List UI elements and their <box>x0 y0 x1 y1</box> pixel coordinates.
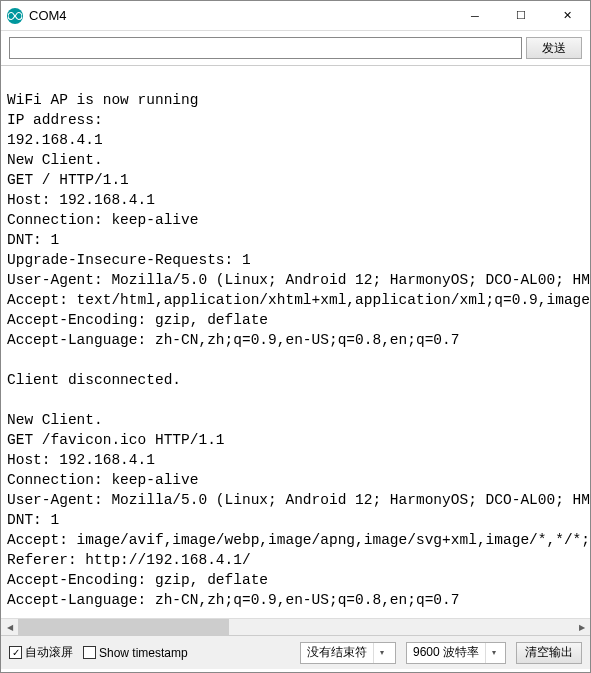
chevron-down-icon: ▾ <box>485 643 501 663</box>
console-text: WiFi AP is now running IP address: 192.1… <box>7 70 590 618</box>
horizontal-scrollbar[interactable]: ◀ ▶ <box>1 618 590 635</box>
baud-rate-select[interactable]: 9600 波特率 ▾ <box>406 642 506 664</box>
serial-console[interactable]: WiFi AP is now running IP address: 192.1… <box>1 66 590 618</box>
timestamp-checkbox[interactable]: Show timestamp <box>83 646 188 660</box>
line-ending-select[interactable]: 没有结束符 ▾ <box>300 642 396 664</box>
titlebar: COM4 ─ ☐ ✕ <box>1 1 590 31</box>
window-controls: ─ ☐ ✕ <box>452 1 590 30</box>
chevron-down-icon: ▾ <box>373 643 389 663</box>
window-title: COM4 <box>29 8 452 23</box>
scrollbar-track[interactable] <box>18 619 573 635</box>
close-button[interactable]: ✕ <box>544 1 590 30</box>
send-bar: 发送 <box>1 31 590 66</box>
scroll-left-icon[interactable]: ◀ <box>1 619 18 635</box>
maximize-button[interactable]: ☐ <box>498 1 544 30</box>
arduino-app-icon <box>7 8 23 24</box>
minimize-button[interactable]: ─ <box>452 1 498 30</box>
line-ending-value: 没有结束符 <box>307 644 367 661</box>
scrollbar-thumb[interactable] <box>18 619 229 635</box>
timestamp-label: Show timestamp <box>99 646 188 660</box>
baud-rate-value: 9600 波特率 <box>413 644 479 661</box>
status-bar: 自动滚屏 Show timestamp 没有结束符 ▾ 9600 波特率 ▾ 清… <box>1 635 590 669</box>
scroll-right-icon[interactable]: ▶ <box>573 619 590 635</box>
checkbox-icon <box>83 646 96 659</box>
send-button[interactable]: 发送 <box>526 37 582 59</box>
serial-input[interactable] <box>9 37 522 59</box>
clear-output-button[interactable]: 清空输出 <box>516 642 582 664</box>
autoscroll-label: 自动滚屏 <box>25 644 73 661</box>
autoscroll-checkbox[interactable]: 自动滚屏 <box>9 644 73 661</box>
checkbox-icon <box>9 646 22 659</box>
